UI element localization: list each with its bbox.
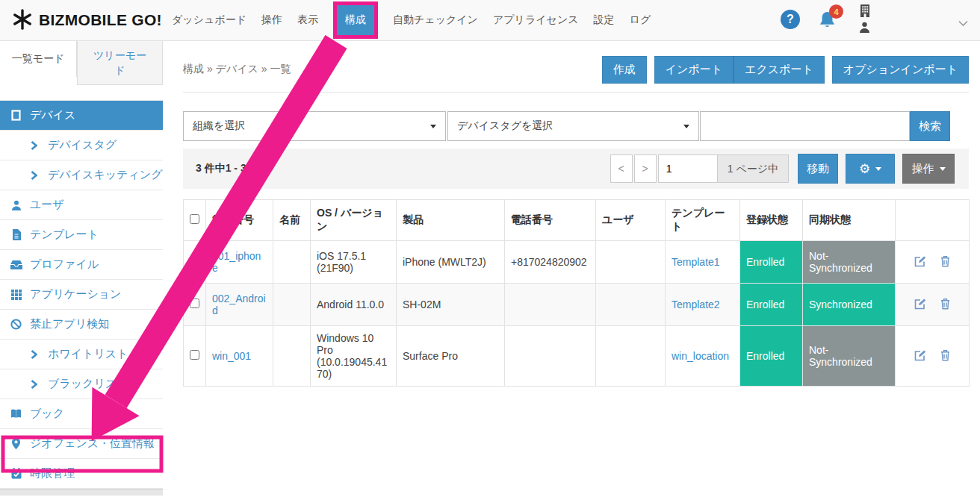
settings-dropdown-button[interactable]: ⚙	[846, 154, 895, 184]
sidebar-item-label: 禁止アプリ検知	[30, 317, 109, 331]
org-select[interactable]: 組織を選択	[183, 111, 446, 141]
template-link[interactable]: Template2	[666, 284, 740, 326]
account-menu[interactable]	[859, 4, 870, 35]
sidebar: 一覧モード ツリーモード デバイス デバイスタグ デバイスキッティング ユーザ …	[0, 41, 163, 503]
sidebar-item-label: ブラックリスト	[48, 377, 128, 391]
user-icon	[10, 200, 22, 210]
prev-page-button[interactable]: <	[610, 154, 633, 183]
col-template: テンプレート	[666, 200, 740, 241]
notification-badge: 4	[829, 4, 843, 19]
header-divider	[183, 92, 969, 93]
tab-list-mode[interactable]: 一覧モード	[0, 41, 77, 77]
create-button[interactable]: 作成	[602, 56, 647, 84]
sidebar-item-time-limit-management[interactable]: 時限管理	[0, 459, 163, 489]
col-name: 名前	[273, 200, 311, 241]
sidebar-item-blacklist[interactable]: ブラックリスト	[0, 369, 163, 399]
trash-icon[interactable]	[940, 255, 950, 269]
device-tag-select[interactable]: デバイスタグを選択	[447, 111, 699, 141]
sidebar-item-label: ブック	[30, 407, 64, 421]
next-page-button[interactable]: >	[634, 154, 657, 183]
help-icon[interactable]: ?	[781, 10, 800, 29]
operations-dropdown-button[interactable]: 操作	[902, 154, 955, 184]
search-button[interactable]: 検索	[910, 111, 950, 141]
device-os: iOS 17.5.1 (21F90)	[311, 241, 397, 284]
col-sync-status: 同期状態	[803, 200, 896, 241]
sidebar-item-label: 時限管理	[30, 466, 75, 481]
col-enrollment-status: 登録状態	[740, 200, 803, 241]
toolbar: 作成 インポート エクスポート オプションインポート	[602, 56, 969, 84]
book-icon	[10, 409, 22, 419]
trash-icon[interactable]	[940, 298, 950, 312]
go-button[interactable]: 移動	[798, 154, 838, 184]
sidebar-item-device-kitting[interactable]: デバイスキッティング	[0, 160, 163, 190]
nav-configuration[interactable]: 構成	[333, 1, 378, 39]
trash-icon[interactable]	[940, 349, 950, 363]
nav-operations[interactable]: 操作	[261, 13, 282, 27]
nav-log[interactable]: ログ	[630, 13, 651, 27]
nav-app-license[interactable]: アプリライセンス	[493, 13, 579, 27]
select-all-checkbox[interactable]	[190, 214, 199, 224]
row-checkbox[interactable]	[190, 299, 199, 308]
nav-view[interactable]: 表示	[297, 13, 318, 27]
nav-auto-checkin[interactable]: 自動チェックイン	[393, 13, 478, 27]
sidebar-item-label: アプリケーション	[30, 287, 121, 302]
sidebar-item-device-tags[interactable]: デバイスタグ	[0, 131, 163, 160]
sidebar-item-forbidden-app-detection[interactable]: 禁止アプリ検知	[0, 310, 163, 340]
notifications-button[interactable]: 4	[819, 10, 846, 33]
edit-icon[interactable]	[914, 349, 926, 363]
tab-tree-mode[interactable]: ツリーモード	[77, 41, 163, 85]
pagination-bar: 3 件中1 - 3 件 < > 1 ページ中 移動 ⚙ 操作	[183, 149, 969, 189]
org-select-value: 組織を選択	[193, 119, 245, 133]
search-input[interactable]	[700, 111, 910, 141]
col-management-number: 管理番号	[206, 200, 273, 241]
row-checkbox[interactable]	[190, 350, 199, 360]
chevron-right-icon	[28, 350, 40, 359]
table-row: 001_iphone iOS 17.5.1 (21F90) iPhone (MW…	[184, 241, 970, 284]
sidebar-item-devices[interactable]: デバイス	[0, 101, 163, 131]
sidebar-footer-strip	[0, 489, 163, 496]
operations-label: 操作	[912, 162, 934, 176]
col-actions	[896, 200, 970, 241]
sidebar-item-applications[interactable]: アプリケーション	[0, 280, 163, 310]
device-id-link[interactable]: win_001	[206, 326, 273, 387]
sync-status-badge: Synchronized	[803, 284, 896, 326]
device-id-link[interactable]: 002_Android	[206, 284, 273, 326]
nav-dashboard[interactable]: ダッシュボード	[172, 13, 246, 27]
sidebar-item-label: ジオフェンス・位置情報	[30, 437, 155, 451]
export-button[interactable]: エクスポート	[734, 56, 825, 84]
edit-icon[interactable]	[914, 298, 926, 312]
asterisk-logo-icon	[12, 9, 33, 32]
device-phone	[505, 284, 596, 326]
sidebar-item-templates[interactable]: テンプレート	[0, 220, 163, 250]
sidebar-item-users[interactable]: ユーザ	[0, 190, 163, 220]
map-marker-icon	[10, 438, 22, 449]
main-content: 構成 » デバイス » 一覧 作成 インポート エクスポート オプションインポー…	[164, 41, 980, 503]
device-product: Surface Pro	[397, 326, 505, 387]
top-navbar: BIZMOBILE GO! ダッシュボード 操作 表示 構成 自動チェックイン …	[0, 0, 980, 41]
sidebar-item-geofence-location[interactable]: ジオフェンス・位置情報	[0, 429, 163, 459]
import-button[interactable]: インポート	[654, 56, 734, 84]
sidebar-item-label: デバイスキッティング	[48, 168, 163, 182]
device-id-link[interactable]: 001_iphone	[206, 241, 273, 284]
device-phone: +817024820902	[505, 241, 596, 284]
col-product: 製品	[397, 200, 505, 241]
app-logo: BIZMOBILE GO!	[12, 9, 167, 32]
col-phone-number: 電話番号	[505, 200, 596, 241]
sidebar-item-whitelist[interactable]: ホワイトリスト	[0, 340, 163, 369]
table-row: win_001 Windows 10 Pro (10.0.19045.4170)…	[184, 326, 970, 387]
template-link[interactable]: win_location	[666, 326, 740, 387]
nav-settings[interactable]: 設定	[594, 13, 615, 27]
import-export-group: インポート エクスポート	[654, 56, 825, 84]
row-checkbox[interactable]	[190, 256, 199, 266]
page-number-input[interactable]	[658, 154, 718, 183]
sidebar-item-books[interactable]: ブック	[0, 399, 163, 429]
building-icon	[860, 4, 870, 19]
gear-icon: ⚙	[859, 161, 870, 177]
ban-icon	[10, 319, 22, 330]
template-link[interactable]: Template1	[666, 241, 740, 284]
sidebar-item-profiles[interactable]: プロファイル	[0, 250, 163, 280]
edit-icon[interactable]	[914, 255, 926, 269]
sidebar-mode-tabs: 一覧モード ツリーモード	[0, 41, 163, 85]
option-import-button[interactable]: オプションインポート	[832, 56, 969, 84]
chevron-down-icon[interactable]	[958, 17, 968, 29]
